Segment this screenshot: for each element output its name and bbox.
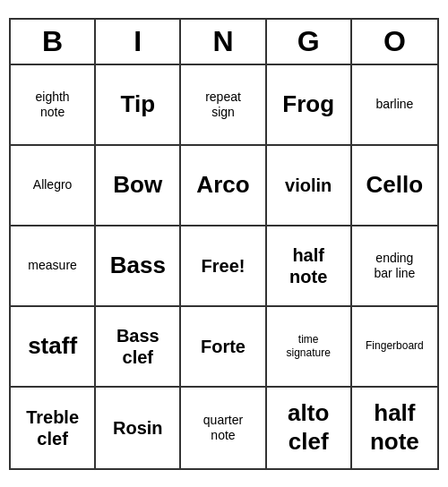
bingo-cell-text-17: Forte: [201, 336, 246, 357]
bingo-cell-18: time signature: [267, 307, 352, 388]
bingo-cell-text-8: violin: [285, 175, 332, 196]
bingo-cell-text-3: Frog: [282, 90, 334, 118]
bingo-cell-16: Bass clef: [96, 307, 181, 388]
bingo-cell-12: Free!: [181, 226, 266, 307]
bingo-cell-20: Treble clef: [11, 388, 96, 468]
bingo-cell-text-23: alto clef: [288, 399, 329, 455]
bingo-cell-10: measure: [11, 226, 96, 307]
bingo-cell-3: Frog: [267, 65, 352, 146]
bingo-cell-text-7: Arco: [196, 171, 249, 199]
bingo-cell-0: eighth note: [11, 65, 96, 146]
bingo-cell-17: Forte: [181, 307, 266, 388]
header-letter-N: N: [181, 20, 266, 64]
bingo-cell-text-10: measure: [28, 258, 76, 273]
bingo-cell-text-11: Bass: [110, 252, 166, 279]
bingo-cell-9: Cello: [352, 146, 437, 226]
bingo-grid: eighth noteTiprepeat signFrogbarlineAlle…: [11, 65, 437, 468]
bingo-cell-text-4: barline: [375, 97, 413, 112]
bingo-cell-5: Allegro: [11, 146, 96, 226]
bingo-cell-19: Fingerboard: [352, 307, 437, 388]
bingo-cell-text-21: Rosin: [113, 417, 163, 439]
bingo-cell-text-20: Treble clef: [26, 406, 79, 449]
bingo-cell-text-1: Tip: [121, 90, 156, 118]
header-letter-B: B: [11, 20, 96, 64]
bingo-cell-22: quarter note: [181, 388, 266, 468]
bingo-header: BINGO: [11, 20, 437, 65]
bingo-card: BINGO eighth noteTiprepeat signFrogbarli…: [9, 18, 439, 470]
bingo-cell-text-16: Bass clef: [116, 325, 159, 368]
bingo-cell-11: Bass: [96, 226, 181, 307]
bingo-cell-text-2: repeat sign: [205, 90, 241, 120]
bingo-cell-text-12: Free!: [202, 255, 246, 277]
bingo-cell-text-9: Cello: [366, 171, 424, 199]
bingo-cell-text-18: time signature: [287, 333, 331, 359]
bingo-cell-text-14: ending bar line: [374, 251, 415, 281]
bingo-cell-text-19: Fingerboard: [366, 339, 424, 352]
bingo-cell-text-24: half note: [370, 399, 419, 455]
bingo-cell-21: Rosin: [96, 388, 181, 468]
bingo-cell-24: half note: [352, 388, 437, 468]
bingo-cell-4: barline: [352, 65, 437, 146]
bingo-cell-1: Tip: [96, 65, 181, 146]
bingo-cell-text-5: Allegro: [33, 177, 73, 192]
bingo-cell-23: alto clef: [267, 388, 352, 468]
header-letter-O: O: [352, 20, 437, 64]
bingo-cell-text-15: staff: [28, 332, 77, 360]
bingo-cell-text-6: Bow: [113, 171, 162, 199]
bingo-cell-text-0: eighth note: [36, 90, 70, 120]
bingo-cell-7: Arco: [181, 146, 266, 226]
header-letter-G: G: [267, 20, 352, 64]
header-letter-I: I: [96, 20, 181, 64]
bingo-cell-text-22: quarter note: [203, 413, 243, 443]
bingo-cell-13: half note: [267, 226, 352, 307]
bingo-cell-6: Bow: [96, 146, 181, 226]
bingo-cell-15: staff: [11, 307, 96, 388]
bingo-cell-14: ending bar line: [352, 226, 437, 307]
bingo-cell-8: violin: [267, 146, 352, 226]
bingo-cell-2: repeat sign: [181, 65, 266, 146]
bingo-cell-text-13: half note: [289, 244, 327, 287]
